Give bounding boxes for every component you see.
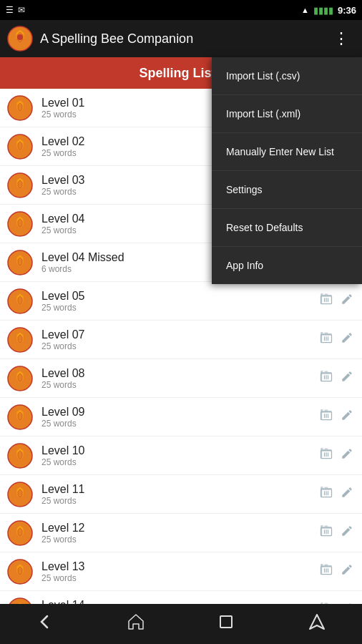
svg-rect-62 — [325, 410, 328, 411]
svg-rect-151 — [220, 616, 232, 628]
list-item-name: Level 10 — [41, 444, 318, 457]
level-icon — [7, 172, 33, 198]
list-item-sub: 25 words — [41, 457, 318, 467]
list-item-sub: 25 words — [41, 535, 318, 545]
svg-rect-106 — [325, 565, 328, 566]
list-item-sub: 25 words — [41, 496, 318, 506]
list-item[interactable]: Level 07 25 words — [0, 321, 362, 359]
level-icon — [7, 520, 33, 546]
delete-button[interactable] — [318, 484, 335, 504]
list-item-actions — [318, 368, 355, 389]
svg-rect-29 — [325, 294, 328, 296]
list-item-actions — [318, 522, 355, 543]
list-item-text: Level 10 25 words — [41, 444, 318, 467]
android-icon: ☰ — [6, 5, 14, 15]
list-item-text: Level 12 25 words — [41, 522, 318, 545]
dropdown-item-0[interactable]: Import List (.csv) — [212, 57, 362, 95]
app-title: A Spelling Bee Companion — [40, 31, 321, 47]
list-item[interactable]: Level 05 25 words — [0, 282, 362, 321]
edit-button[interactable] — [339, 369, 355, 388]
svg-rect-95 — [325, 526, 328, 527]
list-item-text: Level 08 25 words — [41, 367, 318, 390]
status-bar: ☰ ✉ ▲ ▮▮▮▮ 9:36 — [0, 0, 362, 20]
list-item-actions — [318, 445, 355, 466]
dropdown-item-5[interactable]: App Info — [212, 247, 362, 284]
level-icon — [7, 288, 33, 314]
list-item-text: Level 07 25 words — [41, 328, 318, 351]
recent-apps-button[interactable] — [217, 613, 235, 635]
overflow-menu-button[interactable]: ⋮ — [328, 26, 355, 51]
wifi-icon: ▲ — [301, 6, 309, 14]
dropdown-item-1[interactable]: Import List (.xml) — [212, 95, 362, 133]
list-item-name: Level 12 — [41, 522, 318, 535]
list-item-text: Level 11 25 words — [41, 483, 318, 506]
delete-button[interactable] — [318, 445, 335, 466]
list-item-text: Level 09 25 words — [41, 406, 318, 429]
status-right-icons: ▲ ▮▮▮▮ 9:36 — [301, 5, 356, 16]
list-item[interactable]: Level 10 25 words — [0, 436, 362, 475]
list-item-actions — [318, 561, 355, 582]
list-item-name: Level 09 — [41, 406, 318, 419]
list-item-sub: 25 words — [41, 419, 318, 429]
delete-button[interactable] — [318, 522, 335, 543]
status-time: 9:36 — [338, 5, 356, 16]
edit-button[interactable] — [339, 446, 355, 465]
list-item-sub: 25 words — [41, 341, 318, 351]
level-icon — [7, 366, 33, 391]
app-toolbar: A Spelling Bee Companion ⋮ — [0, 20, 362, 57]
delete-button[interactable] — [318, 406, 335, 427]
edit-button[interactable] — [339, 330, 355, 349]
assistant-button[interactable] — [308, 613, 326, 635]
level-icon — [7, 211, 33, 237]
delete-button[interactable] — [318, 561, 335, 582]
dropdown-menu: Import List (.csv)Import List (.xml)Manu… — [212, 57, 362, 284]
svg-marker-152 — [310, 615, 324, 629]
edit-button[interactable] — [339, 562, 355, 581]
edit-button[interactable] — [339, 291, 355, 311]
level-icon — [7, 95, 33, 121]
svg-rect-84 — [325, 487, 328, 489]
delete-button[interactable] — [318, 368, 335, 389]
dropdown-item-2[interactable]: Manually Enter New List — [212, 133, 362, 171]
list-item-name: Level 05 — [41, 290, 318, 303]
list-item[interactable]: Level 09 25 words — [0, 398, 362, 436]
level-icon — [7, 443, 33, 469]
list-item-actions — [318, 484, 355, 504]
list-item-name: Level 14 — [41, 599, 318, 605]
svg-rect-40 — [325, 333, 328, 334]
list-item-sub: 25 words — [41, 573, 318, 583]
list-item-text: Level 05 25 words — [41, 290, 318, 313]
list-item-actions — [318, 406, 355, 427]
home-button[interactable] — [127, 613, 145, 635]
list-item[interactable]: Level 08 25 words — [0, 359, 362, 398]
bottom-nav — [0, 604, 362, 644]
level-icon — [7, 404, 33, 430]
list-item[interactable]: Level 13 25 words — [0, 552, 362, 591]
status-left-icons: ☰ ✉ — [6, 5, 25, 15]
level-icon — [7, 597, 33, 605]
dropdown-item-3[interactable]: Settings — [212, 171, 362, 209]
delete-button[interactable] — [318, 329, 335, 350]
edit-button[interactable] — [339, 523, 355, 542]
svg-point-3 — [17, 34, 23, 40]
delete-button[interactable] — [318, 291, 335, 311]
dropdown-item-4[interactable]: Reset to Defaults — [212, 209, 362, 247]
list-item-name: Level 11 — [41, 483, 318, 496]
edit-button[interactable] — [339, 407, 355, 426]
list-item-sub: 25 words — [41, 380, 318, 390]
level-icon — [7, 250, 33, 275]
list-item[interactable]: Level 14 25 words — [0, 591, 362, 604]
list-item[interactable]: Level 11 25 words — [0, 475, 362, 514]
edit-button[interactable] — [339, 484, 355, 504]
list-item-text: Level 13 25 words — [41, 560, 318, 583]
list-item-text: Level 14 25 words — [41, 599, 318, 605]
svg-rect-73 — [325, 449, 328, 450]
back-button[interactable] — [36, 613, 54, 635]
list-item-name: Level 08 — [41, 367, 318, 380]
level-icon — [7, 327, 33, 353]
battery-icon: ▮▮▮▮ — [313, 5, 333, 16]
app-logo — [7, 26, 33, 52]
list-item-actions — [318, 329, 355, 350]
list-item-name: Level 13 — [41, 560, 318, 573]
list-item[interactable]: Level 12 25 words — [0, 514, 362, 552]
